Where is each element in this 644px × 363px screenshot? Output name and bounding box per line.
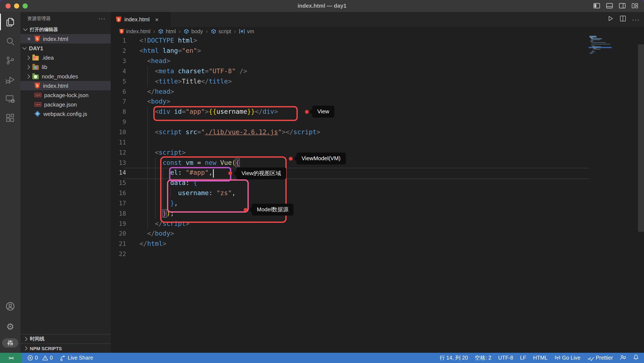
code-line-6[interactable]: 6 </head> [0,87,644,97]
notifications-bell-icon[interactable] [633,354,639,362]
minimap[interactable] [589,36,612,62]
code-text: <body> [140,97,170,107]
minimap-line [591,44,610,44]
line-number: 6 [111,87,126,97]
line-number: 9 [111,117,126,128]
explorer-more-actions-icon[interactable]: ··· [98,12,106,25]
code-line-11[interactable]: 11 [0,138,644,148]
symbol-cube-icon [211,28,216,34]
code-line-9[interactable]: 9 [0,117,644,128]
close-tab-icon[interactable]: × [154,16,160,22]
tab-index-html[interactable]: 5 index.html × [111,12,170,27]
minimap-line [591,42,606,42]
code-line-2[interactable]: 2<html lang="en"> [0,46,644,56]
annotation-label-view: View [312,106,334,118]
annotation-label-view-area: View的视图区域 [236,168,286,179]
line-number: 4 [111,66,126,77]
minimap-line [593,50,594,50]
code-line-20[interactable]: 20 </body> [0,229,644,239]
annotation-label-model: Model数据源 [252,204,294,216]
line-number: 1 [111,36,126,46]
editor-scrollbar[interactable] [638,44,644,232]
code-line-21[interactable]: 21</html> [0,239,644,250]
code-text: <meta charset="UTF-8" /> [140,66,247,77]
symbol-variable-icon [239,28,245,34]
go-live-button[interactable]: Go Live [554,355,580,361]
line-number: 15 [111,178,126,188]
activity-bar-account-icon[interactable] [0,296,20,316]
feedback-icon[interactable] [620,354,626,362]
text-cursor [213,169,214,178]
code-line-19[interactable]: 19 </script> [0,219,644,229]
minimap-line [592,51,594,51]
language-mode-indicator[interactable]: HTML [533,355,548,361]
breadcrumb-separator: › [206,28,208,34]
code-text: <script src="./lib/vue-2.6.12.js"></scri… [140,128,320,138]
split-editor-icon[interactable] [620,15,626,24]
code-text: </html> [140,239,166,250]
code-text: </body> [140,229,174,239]
sidebar-section-timeline[interactable]: 时间线 [20,334,111,344]
symbol-cube-icon [158,28,164,34]
code-line-10[interactable]: 10 <script src="./lib/vue-2.6.12.js"></s… [0,128,644,138]
breadcrumb-item-body[interactable]: body [184,28,203,34]
symbol-cube-icon [184,28,189,34]
minimap-line [591,38,602,39]
code-text: <div id="app">{{username}}</div> [140,107,278,118]
code-line-16[interactable]: 16 username: "zs", [0,188,644,198]
activity-bar-settings-icon[interactable]: ⚙ [0,317,20,336]
annotation-dot-viewmodel [288,157,292,160]
breadcrumb-item-script[interactable]: script [211,28,231,34]
remote-indicator[interactable]: >< [0,353,22,363]
code-line-14[interactable]: 14 el: "#app", [0,168,644,178]
code-line-4[interactable]: 4 <meta charset="UTF-8" /> [0,66,644,77]
breadcrumb-item-html[interactable]: html [158,28,176,34]
code-line-17[interactable]: 17 }, [0,198,644,209]
live-share-button[interactable]: Live Share [60,355,93,361]
code-line-3[interactable]: 3 <head> [0,56,644,66]
code-line-1[interactable]: 1<!DOCTYPE html> [0,36,644,46]
activity-bar-explorer-icon[interactable] [0,12,20,32]
minimap-line [590,37,597,38]
chevron-down-icon [23,27,28,31]
breadcrumb-separator: › [153,28,155,34]
sidebar-section-npm-scripts[interactable]: NPM SCRIPTS [20,344,111,353]
code-text: </script> [140,219,190,229]
code-text: <title>Title</title> [140,77,232,87]
indent-guide [147,117,148,128]
line-number: 21 [111,239,126,250]
line-number: 16 [111,188,126,198]
html5-file-icon: 5 [119,29,124,34]
editor-more-actions-icon[interactable]: ··· [632,16,640,23]
annotation-dot-model [244,208,247,212]
code-line-22[interactable]: 22 [0,249,644,260]
open-editors-section-header[interactable]: 打开的编辑器 [20,25,111,34]
breadcrumb-item-index-html[interactable]: 5index.html [119,28,150,34]
code-editor[interactable]: 1<!DOCTYPE html>2<html lang="en">3 <head… [0,36,644,260]
run-file-icon[interactable] [607,15,614,24]
minimap-line [591,46,595,46]
customize-layout-icon[interactable] [632,2,638,9]
annotation-label-viewmodel: ViewModel(VM) [296,152,346,164]
problems-indicator[interactable]: 0 0 [27,355,53,361]
eol-indicator[interactable]: LF [520,355,526,361]
prettier-indicator[interactable]: Prettier [587,355,613,361]
toggle-sidebar-icon[interactable] [593,2,600,9]
line-number: 5 [111,77,126,87]
tuner-pill-button[interactable] [2,338,18,348]
breadcrumb-item-vm[interactable]: vm [239,28,254,34]
toggle-secondary-sidebar-icon[interactable] [619,2,626,9]
annotation-dot-view [305,110,308,114]
indentation-indicator[interactable]: 空格: 2 [475,354,491,362]
minimap-line [590,53,593,54]
cursor-position-indicator[interactable]: 行 14, 列 20 [440,354,468,362]
line-number: 22 [111,249,126,260]
code-line-18[interactable]: 18 }); [0,208,644,219]
breadcrumb-separator: › [234,28,236,34]
toggle-panel-icon[interactable] [606,2,613,9]
code-line-15[interactable]: 15 data: { [0,178,644,188]
encoding-indicator[interactable]: UTF-8 [498,355,513,361]
line-number: 14 [111,168,126,178]
code-text: }, [140,198,178,209]
code-line-5[interactable]: 5 <title>Title</title> [0,77,644,87]
